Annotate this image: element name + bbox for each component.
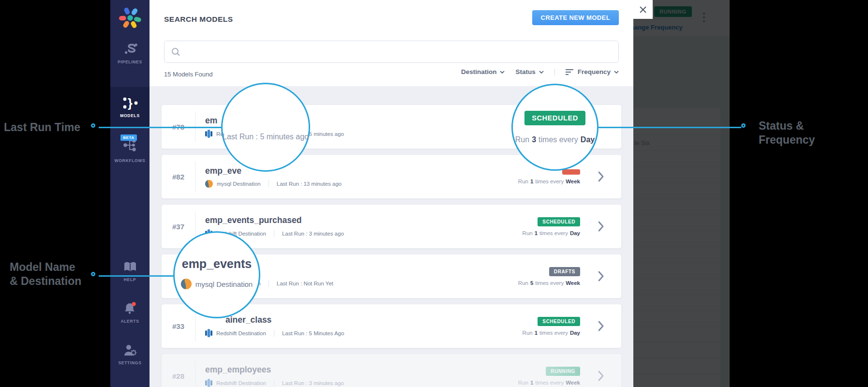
model-id: #33	[162, 322, 195, 330]
destination-label: mysql Destination	[217, 181, 261, 187]
destination-label: Redshift Destination	[216, 380, 266, 386]
annotation-ring-status	[741, 123, 746, 128]
magnified-destination: mysql Destination	[175, 279, 259, 289]
magnified-run-frequency-text: Run3times everyDay	[513, 135, 597, 144]
sidebar-item-label: HELP	[124, 277, 136, 282]
create-new-model-button[interactable]: CREATE NEW MODEL	[532, 10, 619, 25]
sidebar-item-label: MODELS	[120, 113, 140, 118]
filter-bar: Destination Status Frequency	[461, 68, 619, 75]
sidebar-item-settings[interactable]: SETTINGS	[110, 343, 150, 365]
meta-divider	[274, 380, 274, 387]
app-logo[interactable]	[110, 7, 150, 29]
status-badge: SCHEDULED	[538, 317, 580, 326]
chevron-right-icon	[598, 371, 604, 381]
magnifier-lens-last-run: Last Run : 5 minutes ago	[221, 83, 310, 172]
row-chevron[interactable]	[580, 171, 621, 182]
row-chevron[interactable]	[580, 371, 621, 381]
meta-divider	[269, 180, 269, 187]
results-count: 15 Models Found	[164, 71, 212, 78]
run-frequency-text: Run1times everyDay	[523, 230, 580, 236]
close-button[interactable]	[633, 0, 653, 19]
status-badge: RUNNING	[546, 367, 580, 376]
meta-divider	[274, 330, 274, 337]
settings-user-gear-icon	[123, 343, 137, 357]
destination-label: Redshift Destination	[216, 330, 266, 336]
row-chevron[interactable]	[580, 321, 621, 331]
model-id: #28	[162, 372, 195, 380]
filter-divider	[554, 69, 555, 75]
hevo-logo-icon	[119, 7, 141, 29]
annotation-ring-model-name	[91, 272, 95, 276]
sort-icon	[566, 69, 574, 75]
mysql-destination-icon	[205, 180, 213, 188]
dimmed-background-page: RUNNING hange Frequency le Six	[633, 0, 730, 387]
modal-overlay	[633, 0, 730, 387]
sidebar-item-models[interactable]: } MODELS	[110, 87, 150, 127]
help-book-icon	[122, 260, 138, 274]
app-screenshot: PIPELINES } MODELS BETA	[110, 0, 730, 387]
run-frequency-text: Run5times everyWeek	[518, 280, 580, 286]
mysql-destination-icon	[181, 279, 192, 289]
last-run-text: Last Run : 13 minutes ago	[277, 181, 342, 187]
destination-filter[interactable]: Destination	[461, 68, 505, 75]
pipelines-icon	[122, 43, 138, 56]
search-icon	[171, 47, 180, 56]
model-name: emp_employees	[205, 365, 518, 375]
redshift-destination-icon	[205, 379, 212, 387]
frequency-sort-filter[interactable]: Frequency	[566, 68, 619, 75]
status-badge: SCHEDULED	[538, 217, 580, 226]
search-models-modal: SEARCH MODELS CREATE NEW MODEL 15 Models…	[150, 0, 633, 387]
last-run-text: Last Run : 3 minutes ago	[282, 380, 344, 386]
sidebar-item-workflows[interactable]: BETA WORKFLOWS	[110, 137, 150, 163]
search-box[interactable]	[164, 41, 619, 63]
beta-badge: BETA	[120, 134, 136, 141]
magnifier-lens-model-name: emp_events mysql Destination	[173, 231, 260, 318]
status-badge: DRAFTS	[549, 267, 580, 276]
chevron-right-icon	[598, 171, 604, 182]
row-chevron[interactable]	[580, 221, 621, 232]
sidebar-item-label: PIPELINES	[118, 60, 142, 64]
chevron-right-icon	[598, 321, 604, 331]
modal-title: SEARCH MODELS	[164, 15, 233, 24]
model-id: #82	[162, 173, 195, 181]
annotation-label-model-name-destination: Model Name & Destination	[10, 260, 81, 288]
sidebar-item-help[interactable]: HELP	[110, 260, 150, 282]
chevron-right-icon	[598, 271, 604, 282]
annotation-label-status-frequency: Status & Frequency	[759, 119, 815, 147]
sidebar-item-label: SETTINGS	[118, 360, 141, 365]
close-x-icon	[639, 6, 647, 14]
meta-divider	[269, 280, 269, 287]
model-row[interactable]: #28 emp_employees Redshift Destination	[161, 354, 622, 387]
magnified-status-badge: SCHEDULED	[524, 111, 585, 125]
chevron-right-icon	[598, 221, 604, 232]
magnified-last-run-text: Last Run : 5 minutes ago	[223, 133, 309, 141]
sidebar-item-label: WORKFLOWS	[115, 158, 146, 163]
annotation-line-status	[598, 127, 741, 128]
redshift-destination-icon	[205, 130, 212, 138]
status-badge	[562, 169, 580, 175]
svg-text:}: }	[128, 96, 133, 110]
model-name: emp_events_purchased	[205, 215, 523, 225]
last-run-text: Last Run : 3 minutes ago	[282, 231, 344, 237]
chevron-down-icon	[614, 71, 619, 74]
row-chevron[interactable]	[580, 271, 621, 282]
sidebar-item-alerts[interactable]: ALERTS	[110, 301, 150, 324]
annotation-line-last-run	[99, 127, 222, 128]
chevron-down-icon	[539, 71, 544, 74]
model-id: #37	[162, 223, 195, 231]
magnified-model-name: emp_events	[175, 257, 259, 271]
annotation-ring-last-run	[91, 123, 95, 128]
sidebar-item-pipelines[interactable]: PIPELINES	[110, 43, 150, 64]
annotation-label-last-run-time: Last Run Time	[4, 120, 80, 134]
annotation-line-model-name	[99, 275, 174, 277]
status-filter[interactable]: Status	[515, 68, 543, 75]
search-input[interactable]	[185, 48, 618, 56]
redshift-destination-icon	[205, 329, 212, 337]
chevron-down-icon	[500, 71, 505, 74]
model-name: ainer_class	[205, 315, 523, 325]
models-icon: }	[122, 96, 138, 110]
magnifier-lens-status: SCHEDULED Run3times everyDay	[511, 84, 599, 171]
last-run-text: Last Run : Not Run Yet	[277, 281, 333, 286]
meta-divider	[274, 230, 274, 237]
last-run-text: Last Run : 5 Minutes Ago	[282, 330, 344, 336]
